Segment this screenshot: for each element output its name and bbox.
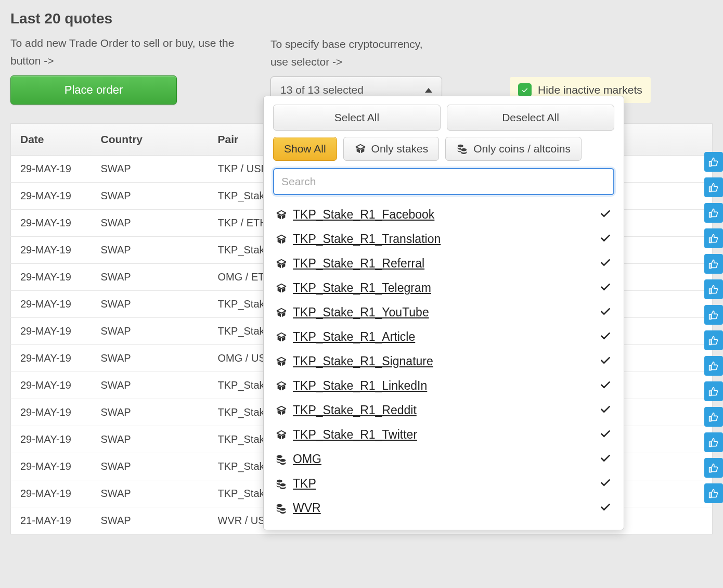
dropdown-item[interactable]: TKP	[273, 471, 614, 496]
deselect-all-button[interactable]: Deselect All	[447, 105, 614, 131]
row-action-button[interactable]	[704, 203, 723, 223]
check-icon	[599, 378, 612, 394]
caret-up-icon	[425, 88, 432, 93]
dropdown-item-label: TKP_Stake_R1_Telegram	[293, 281, 431, 295]
left-instruction: To add new Trade Order to sell or buy, u…	[10, 34, 250, 69]
cell-date: 29-MAY-19	[11, 345, 92, 372]
row-action-button[interactable]	[704, 483, 723, 503]
select-all-button[interactable]: Select All	[273, 105, 441, 131]
cell-country: SWAP	[92, 507, 209, 534]
dropdown-item[interactable]: TKP_Stake_R1_Facebook	[273, 202, 614, 227]
dropdown-item[interactable]: TKP_Stake_R1_Article	[273, 325, 614, 349]
row-action-button[interactable]	[704, 152, 723, 172]
cell-country: SWAP	[92, 345, 209, 372]
page-title: Last 20 quotes	[10, 10, 250, 27]
dropdown-item[interactable]: TKP_Stake_R1_Signature	[273, 349, 614, 374]
row-action-button[interactable]	[704, 381, 723, 401]
checkbox-checked-icon	[518, 83, 532, 97]
dropdown-list: TKP_Stake_R1_Facebook TKP_Stake_R1_Trans…	[273, 202, 614, 520]
box-icon	[354, 143, 367, 155]
box-icon	[275, 380, 288, 392]
cell-date: 29-MAY-19	[11, 183, 92, 210]
check-icon	[599, 304, 612, 321]
coins-icon	[275, 478, 288, 490]
row-action-button[interactable]	[704, 432, 723, 452]
check-icon	[599, 207, 612, 223]
dropdown-item-label: TKP_Stake_R1_Translation	[293, 232, 441, 246]
filter-show-all-button[interactable]: Show All	[273, 137, 337, 161]
cell-date: 29-MAY-19	[11, 399, 92, 426]
row-action-button[interactable]	[704, 305, 723, 325]
dropdown-item[interactable]: TKP_Stake_R1_Translation	[273, 227, 614, 251]
cell-country: SWAP	[92, 264, 209, 291]
hide-inactive-label: Hide inactive markets	[538, 84, 642, 96]
cell-date: 29-MAY-19	[11, 453, 92, 480]
cell-date: 29-MAY-19	[11, 291, 92, 318]
check-icon	[599, 500, 612, 516]
box-icon	[275, 405, 288, 416]
dropdown-search-input[interactable]	[273, 168, 614, 195]
cell-date: 21-MAY-19	[11, 507, 92, 534]
check-icon	[599, 329, 612, 345]
coins-icon	[275, 503, 288, 514]
dropdown-item-label: TKP_Stake_R1_YouTube	[293, 305, 429, 319]
cell-date: 29-MAY-19	[11, 210, 92, 237]
row-action-button[interactable]	[704, 254, 723, 274]
box-icon	[275, 307, 288, 318]
cell-date: 29-MAY-19	[11, 426, 92, 453]
dropdown-item[interactable]: TKP_Stake_R1_Referral	[273, 251, 614, 276]
cell-country: SWAP	[92, 453, 209, 480]
dropdown-item-label: TKP	[293, 477, 316, 491]
row-action-button[interactable]	[704, 458, 723, 478]
dropdown-item[interactable]: TKP_Stake_R1_YouTube	[273, 300, 614, 325]
coins-icon	[456, 143, 469, 155]
cell-country: SWAP	[92, 183, 209, 210]
row-action-button[interactable]	[704, 228, 723, 248]
check-icon	[599, 476, 612, 492]
dropdown-item[interactable]: TKP_Stake_R1_Telegram	[273, 276, 614, 300]
dropdown-item[interactable]: WVR	[273, 496, 614, 520]
dropdown-item[interactable]: TKP_Stake_R1_LinkedIn	[273, 374, 614, 398]
row-action-button[interactable]	[704, 330, 723, 350]
cell-date: 29-MAY-19	[11, 480, 92, 507]
cell-country: SWAP	[92, 480, 209, 507]
dropdown-item[interactable]: TKP_Stake_R1_Twitter	[273, 423, 614, 447]
row-action-button[interactable]	[704, 177, 723, 197]
coins-icon	[275, 454, 288, 465]
dropdown-item-label: TKP_Stake_R1_Facebook	[293, 208, 434, 222]
check-icon	[599, 451, 612, 467]
col-date[interactable]: Date	[11, 124, 92, 156]
box-icon	[275, 331, 288, 343]
row-action-strip	[704, 152, 723, 503]
check-icon	[599, 353, 612, 369]
cell-country: SWAP	[92, 210, 209, 237]
dropdown-item-label: OMG	[293, 452, 321, 466]
dropdown-item-label: TKP_Stake_R1_Article	[293, 330, 415, 344]
box-icon	[275, 209, 288, 221]
cell-date: 29-MAY-19	[11, 237, 92, 264]
dropdown-item-label: TKP_Stake_R1_Reddit	[293, 403, 417, 417]
row-action-button[interactable]	[704, 356, 723, 376]
check-icon	[599, 255, 612, 272]
box-icon	[275, 429, 288, 441]
cell-country: SWAP	[92, 291, 209, 318]
cell-country: SWAP	[92, 426, 209, 453]
col-country[interactable]: Country	[92, 124, 209, 156]
row-action-button[interactable]	[704, 407, 723, 427]
currency-dropdown-panel: Select All Deselect All Show All Only st…	[263, 96, 624, 530]
dropdown-item[interactable]: TKP_Stake_R1_Reddit	[273, 398, 614, 423]
cell-country: SWAP	[92, 372, 209, 399]
filter-only-coins-button[interactable]: Only coins / altcoins	[445, 137, 582, 161]
cell-date: 29-MAY-19	[11, 264, 92, 291]
filter-only-stakes-button[interactable]: Only stakes	[343, 137, 440, 161]
dropdown-item-label: TKP_Stake_R1_Twitter	[293, 428, 417, 442]
dropdown-item[interactable]: OMG	[273, 447, 614, 471]
check-icon	[599, 427, 612, 443]
check-icon	[599, 280, 612, 296]
cell-date: 29-MAY-19	[11, 318, 92, 345]
dropdown-item-label: TKP_Stake_R1_LinkedIn	[293, 379, 427, 393]
right-instruction: To specify base cryptocurrency, use sele…	[270, 35, 713, 70]
row-action-button[interactable]	[704, 279, 723, 299]
cell-country: SWAP	[92, 156, 209, 183]
place-order-button[interactable]: Place order	[10, 75, 177, 105]
